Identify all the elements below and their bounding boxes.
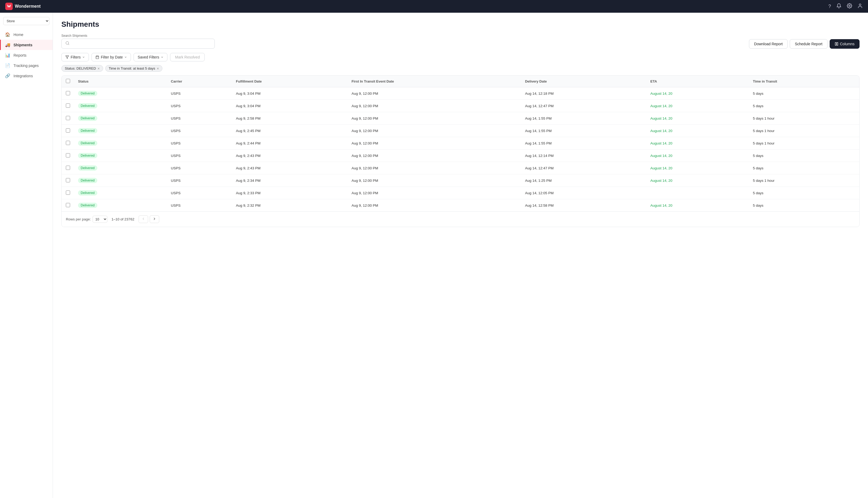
columns-button[interactable]: Columns (830, 39, 859, 49)
row-8-carrier: USPS (167, 187, 232, 199)
rows-per-page: Rows per page: 102550100 (66, 216, 107, 223)
row-3-delivery-date: Aug 14, 1:55 PM (521, 124, 646, 137)
pagination-info: 1–10 of 23762 (111, 217, 134, 221)
row-0-first-in-transit: Aug 9, 12:00 PM (348, 87, 521, 100)
row-2-delivery-date: Aug 14, 1:55 PM (521, 112, 646, 124)
integrations-nav-label: Integrations (13, 74, 33, 78)
sidebar-item-home[interactable]: 🏠 Home (0, 29, 53, 40)
row-4-transit-time: 5 days 1 hour (749, 137, 859, 149)
row-1-checkbox[interactable] (66, 103, 70, 108)
filters-button[interactable]: Filters (61, 53, 89, 61)
filter-by-date-label: Filter by Date (101, 55, 123, 59)
notifications-icon[interactable] (836, 3, 842, 10)
profile-icon[interactable] (857, 3, 863, 10)
row-1-eta: August 14, 20 (646, 100, 749, 112)
rows-per-page-label: Rows per page: (66, 217, 91, 221)
row-5-transit-time: 5 days (749, 149, 859, 162)
table-row: Delivered USPS Aug 9, 2:45 PM Aug 9, 12:… (62, 124, 859, 137)
columns-label: Columns (840, 42, 855, 46)
select-all-checkbox[interactable] (66, 79, 70, 83)
mark-resolved-button[interactable]: Mark Resolved (170, 53, 205, 61)
row-9-carrier: USPS (167, 199, 232, 212)
schedule-report-button[interactable]: Schedule Report (790, 39, 827, 49)
row-7-fulfillment-date: Aug 9, 2:34 PM (232, 174, 348, 187)
row-3-checkbox[interactable] (66, 128, 70, 133)
row-2-eta: August 14, 20 (646, 112, 749, 124)
filter-tag-close-1[interactable]: × (157, 67, 159, 70)
row-8-transit-time: 5 days (749, 187, 859, 199)
status-column-header: Status (74, 76, 167, 87)
page-title: Shipments (61, 20, 859, 29)
row-3-eta: August 14, 20 (646, 124, 749, 137)
row-1-fulfillment-date: Aug 9, 3:04 PM (232, 100, 348, 112)
row-2-first-in-transit: Aug 9, 12:00 PM (348, 112, 521, 124)
row-8-eta (646, 187, 749, 199)
action-buttons: Download Report Schedule Report Columns (749, 39, 859, 49)
row-3-fulfillment-date: Aug 9, 2:45 PM (232, 124, 348, 137)
row-1-first-in-transit: Aug 9, 12:00 PM (348, 100, 521, 112)
row-9-checkbox[interactable] (66, 203, 70, 207)
search-field: Search Shipments (61, 34, 215, 49)
row-2-checkbox[interactable] (66, 116, 70, 120)
saved-filters-label: Saved Filters (137, 55, 159, 59)
row-1-carrier: USPS (167, 100, 232, 112)
row-8-first-in-transit: Aug 9, 12:00 PM (348, 187, 521, 199)
row-6-first-in-transit: Aug 9, 12:00 PM (348, 162, 521, 174)
row-9-first-in-transit: Aug 9, 12:00 PM (348, 199, 521, 212)
settings-icon[interactable] (847, 3, 852, 10)
row-2-status: Delivered (74, 112, 167, 124)
filter-tag-label-0: Status: DELIVERED (65, 66, 96, 70)
search-input[interactable] (72, 41, 211, 46)
filter-tag-1: Time in Transit: at least 5 days × (105, 65, 162, 72)
sidebar-item-shipments[interactable]: 🚚 Shipments (0, 40, 53, 50)
pagination-prev-button[interactable] (138, 215, 148, 223)
search-actions-row: Search Shipments Download Report Schedul… (61, 34, 859, 49)
reports-nav-icon: 📊 (5, 53, 10, 58)
svg-rect-5 (837, 43, 838, 45)
first-in-transit-column-header: First In Transit Event Date (348, 76, 521, 87)
row-7-checkbox[interactable] (66, 178, 70, 182)
help-icon[interactable]: ? (828, 4, 831, 9)
row-5-delivery-date: Aug 14, 12:14 PM (521, 149, 646, 162)
row-2-fulfillment-date: Aug 9, 2:58 PM (232, 112, 348, 124)
row-4-checkbox[interactable] (66, 141, 70, 145)
download-report-button[interactable]: Download Report (749, 39, 788, 49)
row-9-fulfillment-date: Aug 9, 2:32 PM (232, 199, 348, 212)
delivery-date-column-header: Delivery Date (521, 76, 646, 87)
row-4-fulfillment-date: Aug 9, 2:44 PM (232, 137, 348, 149)
sidebar-item-tracking-pages[interactable]: 📄 Tracking pages (0, 60, 53, 71)
rows-per-page-select[interactable]: 102550100 (93, 216, 107, 223)
filters-row: Filters Filter by Date Saved Filters Mar… (61, 53, 859, 61)
main-content: Shipments Search Shipments Download Repo… (53, 13, 868, 498)
svg-line-3 (68, 44, 69, 45)
row-8-checkbox-cell (62, 187, 74, 199)
svg-rect-7 (96, 56, 99, 59)
row-7-status: Delivered (74, 174, 167, 187)
row-6-eta: August 14, 20 (646, 162, 749, 174)
row-9-transit-time: 5 days (749, 199, 859, 212)
row-1-delivery-date: Aug 14, 12:47 PM (521, 100, 646, 112)
row-5-checkbox[interactable] (66, 153, 70, 157)
saved-filters-button[interactable]: Saved Filters (134, 53, 168, 61)
filter-tag-close-0[interactable]: × (97, 67, 100, 70)
store-selector[interactable]: Store (0, 15, 53, 27)
logo: Wonderment (5, 3, 40, 10)
shipments-nav-icon: 🚚 (5, 42, 10, 47)
filter-by-date-button[interactable]: Filter by Date (92, 53, 131, 61)
row-8-checkbox[interactable] (66, 191, 70, 195)
row-3-transit-time: 5 days 1 hour (749, 124, 859, 137)
home-nav-label: Home (13, 32, 23, 37)
shipments-table: Status Carrier Fulfillment Date First In… (62, 76, 859, 211)
sidebar-item-reports[interactable]: 📊 Reports (0, 50, 53, 60)
pagination-next-button[interactable] (150, 215, 159, 223)
sidebar-item-integrations[interactable]: 🔗 Integrations (0, 71, 53, 81)
row-2-transit-time: 5 days 1 hour (749, 112, 859, 124)
row-4-status: Delivered (74, 137, 167, 149)
row-2-carrier: USPS (167, 112, 232, 124)
store-select[interactable]: Store (3, 17, 50, 25)
row-0-delivery-date: Aug 14, 12:18 PM (521, 87, 646, 100)
row-0-checkbox[interactable] (66, 91, 70, 95)
filter-tags: Status: DELIVERED ×Time in Transit: at l… (61, 65, 859, 72)
row-6-checkbox[interactable] (66, 166, 70, 170)
table-row: Delivered USPS Aug 9, 2:43 PM Aug 9, 12:… (62, 162, 859, 174)
